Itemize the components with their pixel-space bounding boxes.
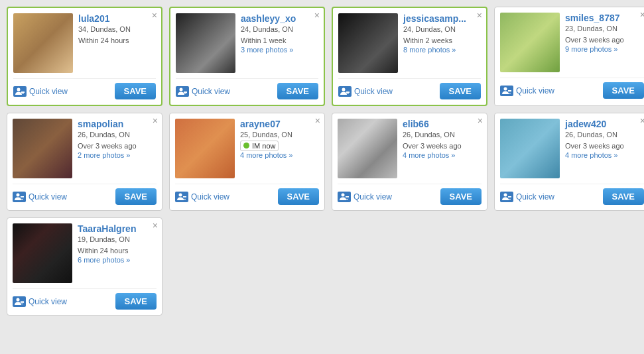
avatar[interactable] [13, 223, 72, 283]
save-button[interactable]: SAVE [115, 188, 157, 205]
save-button[interactable]: SAVE [115, 293, 157, 310]
profile-card-aashleyy_xo: ×aashleyy_xo24, Dundas, ONWithin 1 week3… [169, 7, 325, 106]
svg-rect-13 [508, 90, 511, 91]
activity: Over 3 weeks ago [78, 141, 137, 152]
quick-view-button[interactable]: Quick view [13, 86, 68, 97]
quick-view-icon [13, 296, 26, 307]
close-button[interactable]: × [153, 116, 158, 125]
svg-rect-29 [508, 196, 511, 197]
save-button[interactable]: SAVE [440, 83, 481, 99]
close-button[interactable]: × [314, 11, 320, 20]
avatar[interactable] [500, 13, 560, 72]
card-inner: TaaraHalgren19, Dundas, ONWithin 24 hour… [13, 223, 157, 283]
avatar[interactable] [338, 119, 397, 178]
more-photos-link[interactable]: 4 more photos » [240, 151, 293, 159]
save-button[interactable]: SAVE [277, 83, 318, 99]
quick-view-button[interactable]: Quick view [13, 296, 67, 307]
svg-rect-18 [21, 198, 24, 198]
more-photos-link[interactable]: 2 more photos » [78, 151, 137, 159]
more-photos-link[interactable]: 3 more photos » [241, 46, 296, 54]
avatar[interactable] [338, 13, 398, 73]
quick-view-button[interactable]: Quick view [338, 192, 392, 202]
username[interactable]: smiles_8787 [565, 13, 624, 23]
quick-view-label: Quick view [516, 192, 554, 202]
username[interactable]: jadew420 [565, 119, 624, 129]
username[interactable]: jessicasamp... [403, 13, 466, 24]
profile-card-jadew420: ×jadew42026, Dundas, ONOver 3 weeks ago4… [494, 113, 644, 211]
activity: Over 3 weeks ago [403, 141, 462, 152]
quick-view-icon [500, 86, 513, 96]
svg-point-24 [342, 193, 345, 196]
svg-rect-26 [346, 198, 349, 198]
age-location: 34, Dundas, ON [78, 24, 131, 35]
quick-view-icon [338, 86, 352, 97]
profile-grid: ×lula20134, Dundas, ONWithin 24 hoursQui… [7, 7, 637, 316]
avatar[interactable] [13, 13, 73, 73]
quick-view-button[interactable]: Quick view [175, 192, 229, 202]
save-button[interactable]: SAVE [278, 188, 319, 205]
svg-rect-11 [346, 93, 349, 94]
profile-info: smapolian26, Dundas, ONOver 3 weeks ago2… [78, 119, 137, 178]
username[interactable]: lula201 [78, 13, 131, 24]
profile-info: jessicasamp...24, Dundas, ONWithin 2 wee… [403, 13, 466, 73]
save-button[interactable]: SAVE [603, 188, 644, 205]
svg-rect-2 [21, 92, 25, 93]
svg-rect-19 [21, 199, 23, 200]
svg-rect-30 [508, 198, 511, 198]
card-inner: smapolian26, Dundas, ONOver 3 weeks ago2… [13, 119, 157, 178]
age-location: 19, Dundas, ON [78, 234, 136, 245]
username[interactable]: elib66 [403, 119, 462, 129]
close-button[interactable]: × [640, 116, 644, 125]
svg-rect-10 [346, 92, 350, 93]
username[interactable]: TaaraHalgren [78, 223, 136, 234]
close-button[interactable]: × [152, 11, 157, 20]
svg-point-12 [504, 87, 507, 90]
svg-rect-31 [508, 199, 511, 200]
quick-view-button[interactable]: Quick view [13, 192, 67, 202]
svg-rect-21 [183, 196, 186, 197]
age-location: 26, Dundas, ON [78, 129, 137, 141]
avatar[interactable] [13, 119, 72, 178]
close-button[interactable]: × [478, 116, 483, 125]
activity: Within 2 weeks [403, 35, 466, 46]
save-button[interactable]: SAVE [603, 82, 644, 99]
card-footer: Quick viewSAVE [13, 288, 157, 310]
quick-view-button[interactable]: Quick view [338, 86, 393, 97]
quick-view-button[interactable]: Quick view [176, 86, 230, 97]
profile-info: jadew42026, Dundas, ONOver 3 weeks ago4 … [565, 119, 624, 178]
quick-view-button[interactable]: Quick view [500, 86, 554, 96]
svg-point-8 [342, 88, 346, 91]
close-button[interactable]: × [153, 221, 158, 230]
avatar[interactable] [500, 119, 560, 178]
close-button[interactable]: × [640, 10, 644, 19]
profile-info: aashleyy_xo24, Dundas, ONWithin 1 week3 … [241, 13, 296, 73]
quick-view-icon [175, 192, 188, 202]
quick-view-label: Quick view [354, 192, 392, 202]
profile-card-arayne07: ×arayne0725, Dundas, ONIM now4 more phot… [169, 113, 325, 211]
avatar[interactable] [175, 119, 235, 178]
save-button[interactable]: SAVE [115, 83, 156, 99]
close-button[interactable]: × [315, 116, 320, 125]
close-button[interactable]: × [477, 11, 482, 20]
profile-info: lula20134, Dundas, ONWithin 24 hours [78, 13, 131, 73]
svg-rect-14 [508, 91, 511, 92]
username[interactable]: aashleyy_xo [241, 13, 296, 24]
more-photos-link[interactable]: 4 more photos » [403, 151, 462, 159]
card-inner: arayne0725, Dundas, ONIM now4 more photo… [175, 119, 319, 178]
activity: Within 24 hours [78, 245, 136, 257]
svg-point-0 [17, 88, 21, 91]
quick-view-button[interactable]: Quick view [500, 192, 554, 202]
save-button[interactable]: SAVE [440, 188, 482, 205]
more-photos-link[interactable]: 6 more photos » [78, 256, 136, 264]
username[interactable]: arayne07 [240, 119, 293, 129]
im-now-badge[interactable]: IM now [240, 141, 279, 151]
svg-point-32 [17, 298, 20, 301]
username[interactable]: smapolian [78, 119, 137, 129]
more-photos-link[interactable]: 9 more photos » [565, 45, 624, 53]
svg-rect-9 [346, 91, 350, 91]
more-photos-link[interactable]: 8 more photos » [403, 46, 466, 54]
activity: Over 3 weeks ago [565, 34, 624, 46]
avatar[interactable] [176, 13, 235, 73]
more-photos-link[interactable]: 4 more photos » [565, 151, 624, 159]
svg-rect-6 [184, 92, 187, 93]
